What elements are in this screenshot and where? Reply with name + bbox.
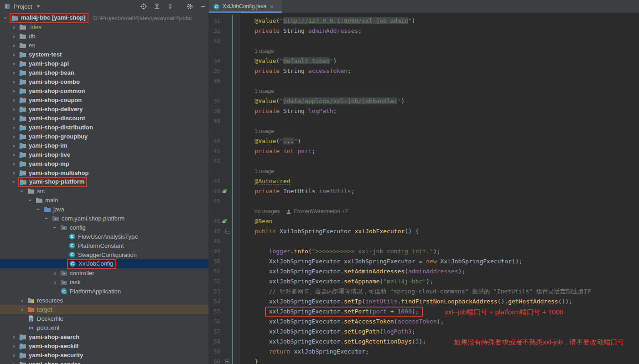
expand-all-icon[interactable]	[153, 3, 161, 10]
code-line-44[interactable]: 44 private InetUtils inetUtils;	[208, 186, 639, 196]
code-line-50[interactable]: 50 XxlJobSpringExecutor xxlJobSpringExec…	[208, 256, 639, 267]
collapse-all-icon[interactable]	[166, 3, 174, 10]
tree-row-target[interactable]: ›target	[0, 305, 228, 314]
code-line-59[interactable]: 59 return xxlJobSpringExecutor;	[208, 347, 639, 357]
code-line-38[interactable]: 38 private String logPath;	[208, 106, 639, 116]
hide-panel-icon[interactable]	[199, 3, 207, 10]
code-line-49[interactable]: 49 logger.info(">>>>>>>>>>> xxl-job conf…	[208, 246, 639, 256]
chevron-open-icon[interactable]: ›	[19, 188, 25, 194]
chevron-closed-icon[interactable]: ›	[11, 70, 17, 76]
tree-row-yami-shop-discount[interactable]: ›yami-shop-discount	[0, 113, 219, 123]
chevron-closed-icon[interactable]: ›	[11, 334, 17, 340]
code-line-35[interactable]: 35 private String accessToken;	[208, 66, 639, 76]
tree-row-yami-shop-search[interactable]: ›yami-shop-search	[0, 332, 219, 341]
chevron-closed-icon[interactable]: ›	[11, 79, 17, 85]
code-line-57[interactable]: 57 xxlJobSpringExecutor.setLogPath(logPa…	[208, 327, 639, 337]
code-line-32[interactable]: 32 private String adminAddresses;	[208, 26, 639, 36]
chevron-closed-icon[interactable]: ›	[11, 115, 17, 121]
tree-row-yami-shop-platform[interactable]: ›yami-shop-platform	[0, 177, 219, 186]
tree-row-es[interactable]: ›es	[0, 41, 219, 50]
tree-row-resources[interactable]: ›resources	[0, 296, 228, 305]
tree-row-yami-shop-combo[interactable]: ›yami-shop-combo	[0, 77, 219, 86]
tree-row-yami-shop-api[interactable]: ›yami-shop-api	[0, 59, 219, 68]
tree-row-yami-shop-delivery[interactable]: ›yami-shop-delivery	[0, 104, 219, 113]
code-line-34[interactable]: 34 @Value("default_token")	[208, 56, 639, 66]
chevron-closed-icon[interactable]: ›	[11, 343, 17, 349]
tree-row-java[interactable]: ›java	[0, 205, 244, 214]
code-line-43[interactable]: 43 @Autowired	[208, 176, 639, 186]
chevron-open-icon[interactable]: ›	[11, 179, 17, 185]
tree-row-src[interactable]: ›src	[0, 186, 228, 195]
code-line-54[interactable]: 54 xxlJobSpringExecutor.setIp(inetUtils.…	[208, 297, 639, 307]
chevron-closed-icon[interactable]: ›	[11, 361, 17, 364]
fold-marker-open[interactable]	[225, 229, 229, 234]
chevron-open-icon[interactable]: ›	[36, 206, 42, 212]
code-line-46[interactable]: 46 @Bean	[208, 216, 639, 226]
chevron-closed-icon[interactable]: ›	[52, 279, 58, 285]
tree-row-yami-shop-mp[interactable]: ›yami-shop-mp	[0, 159, 219, 168]
chevron-closed-icon[interactable]: ›	[11, 42, 17, 48]
chevron-closed-icon[interactable]: ›	[19, 297, 25, 303]
code-line-37[interactable]: 37 @Value("/data/applogs/xxl-job/jobhand…	[208, 96, 639, 106]
code-line-39[interactable]: 39	[208, 116, 639, 126]
chevron-closed-icon[interactable]: ›	[11, 152, 17, 158]
inlay-hint-row[interactable]: 1 usage	[208, 46, 639, 56]
code-line-55[interactable]: 55 xxlJobSpringExecutor.setPort(port + 1…	[208, 307, 639, 317]
code-line-45[interactable]: 45	[208, 196, 639, 206]
chevron-closed-icon[interactable]: ›	[19, 307, 25, 313]
tree-row-pom.xml[interactable]: mpom.xml	[0, 323, 228, 332]
code-line-52[interactable]: 52 xxlJobSpringExecutor.setAppname("mall…	[208, 277, 639, 287]
usage-hint[interactable]: 1 usage	[255, 166, 274, 176]
chevron-closed-icon[interactable]: ›	[11, 97, 17, 103]
usage-hint[interactable]: 1 usage	[255, 86, 274, 96]
locate-icon[interactable]	[140, 3, 147, 10]
spring-bean-out-icon[interactable]	[221, 188, 228, 195]
usage-hint[interactable]: no usagesFrozenWatermelon +2	[255, 206, 348, 216]
tree-row-yami-shop-seckill[interactable]: ›yami-shop-seckill	[0, 341, 219, 350]
code-line-58[interactable]: 58 xxlJobSpringExecutor.setLogRetentionD…	[208, 337, 639, 347]
chevron-closed-icon[interactable]: ›	[11, 24, 17, 30]
chevron-closed-icon[interactable]: ›	[11, 143, 17, 149]
tree-row-yami-shop-multishop[interactable]: ›yami-shop-multishop	[0, 168, 219, 177]
inlay-hint-row[interactable]: no usagesFrozenWatermelon +2	[208, 206, 639, 216]
tree-row-yami-shop-groupbuy[interactable]: ›yami-shop-groupbuy	[0, 132, 219, 141]
project-view-dropdown[interactable]: Project	[0, 3, 40, 10]
chevron-open-icon[interactable]: ›	[27, 197, 33, 203]
tree-row-mall4j-bbc-yami-shop-[interactable]: ›mall4j-bbc [yami-shop]D:\Projects\mall4…	[0, 13, 211, 22]
code-line-31[interactable]: 31 @Value("http://127.0.0.1:8080/xxl-job…	[208, 16, 639, 26]
close-icon[interactable]: ×	[270, 3, 274, 10]
tab-xxljobconfig[interactable]: C XxlJobConfig.java ×	[209, 0, 282, 13]
code-author-hint[interactable]: FrozenWatermelon +2	[294, 206, 348, 216]
code-line-36[interactable]: 36	[208, 76, 639, 86]
tree-row-yami-shop-common[interactable]: ›yami-shop-common	[0, 86, 219, 95]
chevron-closed-icon[interactable]: ›	[11, 51, 17, 57]
tree-row-.idea[interactable]: ›.idea	[0, 22, 219, 31]
tree-row-yami-shop-security[interactable]: ›yami-shop-security	[0, 350, 219, 359]
chevron-closed-icon[interactable]: ›	[11, 170, 17, 176]
code-line-60[interactable]: 60 }	[208, 357, 639, 364]
chevron-open-icon[interactable]: ›	[44, 215, 50, 221]
chevron-closed-icon[interactable]: ›	[11, 106, 17, 112]
chevron-closed-icon[interactable]: ›	[11, 124, 17, 130]
chevron-open-icon[interactable]: ›	[52, 225, 58, 231]
code-line-47[interactable]: 47 public XxlJobSpringExecutor xxlJobExe…	[208, 226, 639, 236]
tree-row-dockerfile[interactable]: DDockerfile	[0, 314, 228, 323]
code-area[interactable]: 31 @Value("http://127.0.0.1:8080/xxl-job…	[208, 13, 639, 364]
tree-row-yami-shop-live[interactable]: ›yami-shop-live	[0, 150, 219, 159]
tree-row-main[interactable]: ›main	[0, 195, 236, 205]
fold-marker-end[interactable]	[225, 359, 229, 364]
chevron-closed-icon[interactable]: ›	[11, 161, 17, 167]
chevron-closed-icon[interactable]: ›	[52, 270, 58, 276]
code-line-42[interactable]: 42	[208, 156, 639, 166]
settings-icon[interactable]	[186, 3, 193, 10]
code-line-40[interactable]: 40 @Value("...")	[208, 136, 639, 146]
tree-row-yami-shop-bean[interactable]: ›yami-shop-bean	[0, 68, 219, 77]
spring-bean-in-icon[interactable]	[221, 218, 228, 225]
chevron-closed-icon[interactable]: ›	[11, 133, 17, 139]
tree-row-yami-shop-im[interactable]: ›yami-shop-im	[0, 141, 219, 150]
chevron-closed-icon[interactable]: ›	[11, 61, 17, 67]
inlay-hint-row[interactable]: 1 usage	[208, 166, 639, 176]
tree-row-db[interactable]: ›db	[0, 31, 219, 41]
code-line-53[interactable]: 53 // 针对多网卡、容器内部署等情况，可借助 "spring-cloud-c…	[208, 287, 639, 297]
code-line-33[interactable]: 33	[208, 36, 639, 46]
